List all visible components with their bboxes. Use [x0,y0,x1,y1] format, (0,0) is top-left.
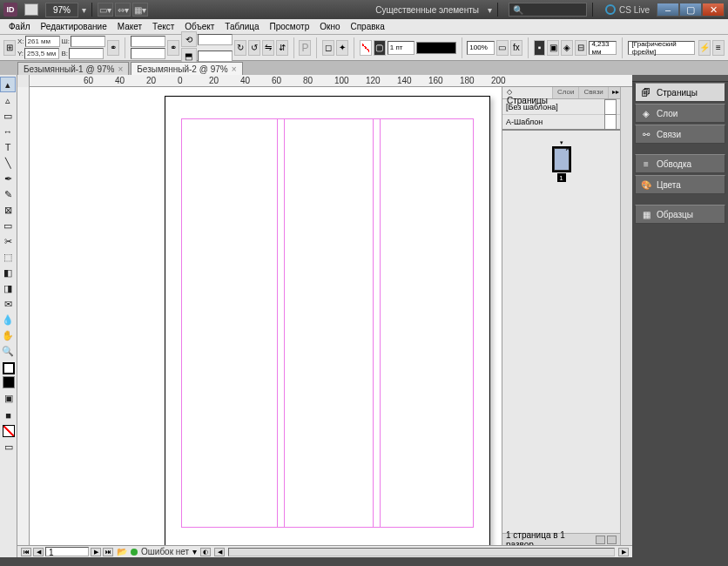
x-field[interactable]: 261 мм [25,36,60,47]
master-none-row[interactable]: [Без шаблона] [502,99,620,115]
column-guide[interactable] [277,118,278,528]
line-tool[interactable]: ╲ [0,155,16,171]
stroke-color-swatch[interactable] [3,376,15,388]
wrap-jump-icon[interactable]: ⊟ [575,40,587,56]
flip-v-icon[interactable]: ⇵ [276,40,288,56]
dock-collapse-handle[interactable] [632,75,728,82]
zoom-tool[interactable]: 🔍 [0,343,16,359]
rotate-ccw-icon[interactable]: ↺ [248,40,260,56]
scroll-right-button[interactable]: ▶ [618,548,629,556]
menu-text[interactable]: Текст [147,20,179,33]
vertical-ruler[interactable] [17,87,30,545]
page-number-field[interactable]: 1 [45,547,89,556]
formatting-container-icon[interactable]: ▣ [1,390,17,406]
doc-layout-icon[interactable] [24,3,38,16]
tab-close-icon[interactable]: × [118,64,123,74]
pages-list[interactable]: ▾ A 1 [502,131,620,533]
prev-page-button[interactable]: ◀ [33,548,44,556]
zoom-dropdown-icon[interactable]: ▾ [82,5,86,15]
screen-mode-tool[interactable]: ▭ [1,439,17,455]
h-field[interactable] [69,48,104,59]
menu-view[interactable]: Просмотр [265,20,315,33]
hand-tool[interactable]: ✋ [0,327,16,343]
master-a-row[interactable]: А-Шаблон [502,115,620,131]
new-page-icon[interactable] [596,536,605,544]
preflight-status-icon[interactable] [131,549,138,556]
document-tab[interactable]: Безымянный-1 @ 97% × [17,62,129,75]
gradient-swatch-tool[interactable]: ◧ [0,265,16,280]
menu-edit[interactable]: Редактирование [36,20,112,33]
rotate-field[interactable] [198,34,233,45]
panel-tab-links[interactable]: Связи [579,87,608,98]
window-maximize-button[interactable]: ▢ [679,3,702,17]
gap-field[interactable]: 4,233 мм [589,41,616,55]
dock-links-button[interactable]: ⚯ Связи [635,125,725,144]
document-tab[interactable]: Безымянный-2 @ 97% × [131,62,242,75]
page[interactable] [165,96,490,545]
window-minimize-button[interactable]: – [657,3,679,17]
apply-color-icon[interactable]: ■ [1,408,17,423]
select-container-icon[interactable]: ◻ [322,40,334,56]
master-a-thumb[interactable] [604,114,617,130]
master-none-thumb[interactable] [604,99,617,115]
constrain-scale-icon[interactable]: ⚭ [167,40,179,56]
fill-swatch-icon[interactable] [360,40,372,56]
arrange-docs-icon[interactable]: ▦▾ [132,3,148,17]
type-tool[interactable]: T [0,139,16,155]
wrap-none-icon[interactable]: ▪ [534,40,546,56]
cslive-button[interactable]: CS Live [605,4,650,15]
menu-window[interactable]: Окно [314,20,345,33]
page-thumbnail[interactable]: A [554,148,570,171]
pen-tool[interactable]: ✒ [0,171,16,186]
apply-none-icon[interactable] [3,425,15,437]
wrap-shape-icon[interactable]: ◈ [561,40,573,56]
stroke-weight-field[interactable]: 1 пт [388,41,415,55]
status-option-icon[interactable]: ◐ [200,548,211,556]
ruler-origin[interactable] [17,75,30,87]
first-page-button[interactable]: ⏮ [21,548,31,556]
page-tool[interactable]: ▭ [0,108,16,124]
note-tool[interactable]: ✉ [0,296,16,312]
view-options-icon[interactable]: ▭▾ [98,3,113,17]
horizontal-scrollbar[interactable] [228,548,615,556]
column-guide[interactable] [380,118,381,528]
menu-layout[interactable]: Макет [112,20,147,33]
wrap-bbox-icon[interactable]: ▣ [547,40,559,56]
canvas[interactable] [30,87,502,545]
rotate-field-icon[interactable]: ⟲ [181,31,197,47]
flip-h-icon[interactable]: ⇋ [262,40,274,56]
direct-selection-tool[interactable]: ▵ [0,92,16,108]
zoom-level-field[interactable]: 97% [45,3,78,17]
select-content-icon[interactable]: ✦ [336,40,348,56]
next-page-button[interactable]: ▶ [91,548,101,556]
y-field[interactable]: 253,5 мм [24,48,59,59]
workspace-switcher[interactable]: Существенные элементы [370,3,484,17]
rectangle-frame-tool[interactable]: ⊠ [0,202,16,218]
panel-tab-pages[interactable]: ◇ Страницы [502,87,553,98]
quick-apply-icon[interactable]: ⚡ [698,40,711,56]
screen-mode-icon[interactable]: ⇔▾ [115,3,131,17]
gap-tool[interactable]: ↔ [0,124,16,139]
panel-tab-layers[interactable]: Слои [553,87,579,98]
rectangle-tool[interactable]: ▭ [0,218,16,233]
eyedropper-tool[interactable]: 💧 [0,312,16,327]
effects-icon[interactable]: ▭ [496,40,509,56]
w-field[interactable] [71,36,105,47]
stroke-swatch-icon[interactable]: ▢ [374,40,386,56]
dock-layers-button[interactable]: ◈ Слои [635,104,725,123]
shear-field[interactable] [198,51,233,62]
dock-color-button[interactable]: 🎨 Цвета [635,175,725,194]
column-guide[interactable] [373,118,374,528]
status-option-icon[interactable]: ◀ [214,548,225,556]
scissors-tool[interactable]: ✂ [0,233,16,249]
paragraph-icon[interactable]: P [299,40,311,56]
gradient-feather-tool[interactable]: ◨ [0,280,16,296]
constrain-proportions-icon[interactable]: ⚭ [107,40,119,56]
reference-point-icon[interactable]: ⊞ [3,40,16,56]
free-transform-tool[interactable]: ⬚ [0,249,16,265]
menu-file[interactable]: Файл [3,20,36,33]
column-guide[interactable] [284,118,285,528]
window-close-button[interactable]: ✕ [702,3,725,17]
rotate-cw-icon[interactable]: ↻ [234,40,246,56]
vertical-scrollbar[interactable] [620,87,632,545]
